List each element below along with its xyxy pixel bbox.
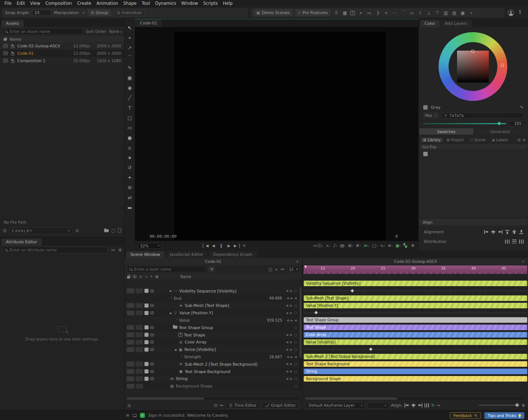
tag-cell[interactable] <box>127 288 134 293</box>
keyframe-diamond[interactable] <box>351 289 354 292</box>
world-tool-icon[interactable]: ◉ <box>126 84 134 92</box>
menu-composition[interactable]: Composition <box>43 1 75 6</box>
prev-key-icon[interactable]: ◀ <box>286 362 288 366</box>
ellipse-tool-icon[interactable]: ● <box>126 134 134 142</box>
pause-button[interactable]: ‖ <box>218 244 224 248</box>
prev-key-icon[interactable]: ◀ <box>286 311 288 315</box>
asset-row-selected[interactable]: Code-01 12.00fps 2000 x 2000 <box>0 50 124 57</box>
keyframe-diamond[interactable] <box>314 311 318 315</box>
visibility-eye-icon[interactable] <box>150 348 154 351</box>
tag-cell[interactable] <box>127 369 134 374</box>
layer-row[interactable]: ≡ Sub-Mesh [Text Shape] ◀▶○ <box>125 302 300 309</box>
gear-tool-icon[interactable]: ⚙ <box>126 184 134 192</box>
stopwatch-icon[interactable]: ○ <box>294 311 297 315</box>
outliner-vertical-scrollbar[interactable] <box>300 287 302 390</box>
outliner-pane-header[interactable]: Code-01 × <box>125 258 302 265</box>
tag-cell[interactable] <box>136 362 143 366</box>
visibility-eye-icon[interactable] <box>150 363 154 366</box>
stopwatch-icon[interactable]: ○ <box>294 333 297 337</box>
property-value[interactable]: 49.666 <box>269 296 282 300</box>
viewport-settings-icon[interactable]: ⚙ <box>410 243 415 248</box>
keyframe-diamond[interactable] <box>369 348 373 351</box>
align-top-icon[interactable] <box>505 230 510 234</box>
name-column-header[interactable]: Name <box>10 37 21 41</box>
align-center-h-icon[interactable] <box>491 230 495 234</box>
menu-create[interactable]: Create <box>75 1 94 6</box>
menu-tool[interactable]: Tool <box>139 1 153 6</box>
next-key-icon[interactable]: ▶ <box>290 377 292 380</box>
display-toggle[interactable]: ▢▸ <box>371 243 378 248</box>
tag-cell[interactable] <box>136 288 143 293</box>
stopwatch-icon[interactable]: ○ <box>294 340 297 344</box>
tab-generator[interactable]: Generator <box>473 128 527 135</box>
hex-input[interactable]: #7a7a7a <box>442 112 524 118</box>
tag-cell[interactable] <box>136 332 143 337</box>
close-icon[interactable]: × <box>296 259 299 264</box>
layer-row[interactable]: ● ▦ Noise [Visibility] ◀▶○ <box>125 346 300 353</box>
layers-toggle[interactable]: ▣▸ <box>395 243 402 248</box>
solo-column-icon[interactable]: ◎ <box>139 275 142 278</box>
align-middle-icon[interactable] <box>512 230 517 234</box>
asset-row[interactable]: Code-02-Guiesp-ASCII 12.00fps 2000 x 200… <box>0 42 124 50</box>
manipulator-check-icon[interactable]: ✓ <box>82 11 85 15</box>
audio-toggle[interactable]: ♪▸ <box>333 243 338 248</box>
share-icon[interactable]: ↥ <box>518 9 522 15</box>
prev-key-icon[interactable]: ◀ <box>286 289 288 292</box>
enabled-checkbox[interactable] <box>144 340 149 344</box>
arc-tool-icon[interactable]: ↺ <box>126 164 134 172</box>
snap-arrow-icon[interactable]: ↦ <box>366 10 372 16</box>
sv-indicator-icon[interactable] <box>471 50 474 53</box>
tag-cell[interactable] <box>136 376 143 381</box>
pivot-icon[interactable]: ⌖ <box>358 10 364 16</box>
stopwatch-icon[interactable]: ○ <box>294 362 297 366</box>
next-key-icon[interactable]: ▶ <box>290 311 292 315</box>
curves-toggle[interactable]: ∿▸ <box>379 243 386 248</box>
tag-cell[interactable] <box>136 369 143 374</box>
stack-toggle[interactable]: ≡▸ <box>387 243 394 248</box>
align-edge-icon[interactable]: ╞ <box>375 10 381 16</box>
ellipsis-icon[interactable]: ⋯ <box>392 10 398 16</box>
property-row[interactable]: └ Strength 26.667 ◀▶◆ <box>125 353 300 360</box>
matte-column-icon[interactable]: ▦ <box>155 275 159 278</box>
menu-help[interactable]: Help <box>220 1 235 6</box>
tag-cell[interactable] <box>127 376 134 381</box>
saturation-value-box[interactable] <box>457 51 489 82</box>
keyframe-layer-select[interactable]: Default Keyframe Layer▾ <box>306 402 365 409</box>
go-to-end-button[interactable]: ▶▕ <box>234 244 239 248</box>
menu-shape[interactable]: Shape <box>121 1 139 6</box>
asset-search-input[interactable]: Enter an Asset name <box>2 28 83 35</box>
more-options-icon[interactable]: ⋯ <box>521 145 524 149</box>
clear-icon[interactable]: ⊗ <box>118 247 122 253</box>
polygon-tool-icon[interactable]: ⌂ <box>126 144 134 152</box>
render-column-icon[interactable]: ✦ <box>150 275 153 278</box>
name-column-header[interactable]: Name <box>180 275 191 279</box>
visibility-eye-icon[interactable] <box>150 377 154 380</box>
viewport-tab-code-01[interactable]: Code-01 <box>135 19 163 27</box>
layer-bar[interactable]: Background Shape <box>304 376 527 382</box>
menu-window[interactable]: Window <box>179 1 201 6</box>
enabled-checkbox[interactable] <box>144 333 149 337</box>
account-icon[interactable] <box>508 10 514 16</box>
artboard-tool-icon[interactable]: ▢ <box>126 114 134 122</box>
next-key-icon[interactable]: ▶ <box>290 348 292 351</box>
slate-toggle[interactable]: ▤▸ <box>339 243 346 248</box>
demo-scenes-button[interactable]: ▦Demo Scenes <box>253 9 293 16</box>
guides-toggle[interactable]: #▸ <box>355 243 362 248</box>
next-key-icon[interactable]: ▶ <box>290 304 292 307</box>
tab-project[interactable]: ▤Project <box>444 138 466 142</box>
prev-key-icon[interactable]: ◀ <box>286 370 288 373</box>
layer-row[interactable]: ab String ◀▶○ <box>125 375 300 383</box>
snap-angle-input[interactable]: 15 <box>32 10 51 16</box>
pro-features-button[interactable]: ⚡Pro Features <box>295 9 331 16</box>
folder-icon[interactable] <box>104 228 109 233</box>
rectangle-tool-icon[interactable]: ▭ <box>126 124 134 132</box>
tab-javascript-editor[interactable]: JavaScript Editor <box>165 251 208 258</box>
distribute-keys-icon[interactable] <box>425 403 429 407</box>
dots-grid-icon[interactable]: ⠿ <box>333 10 339 16</box>
chat-icon[interactable] <box>133 414 137 417</box>
enabled-checkbox[interactable] <box>144 377 149 381</box>
visibility-eye-icon[interactable] <box>150 304 154 307</box>
align-keys-right-icon[interactable] <box>418 403 422 407</box>
tag-cell[interactable] <box>127 311 134 315</box>
layer-row[interactable]: ▧ Background Shape ○ <box>125 382 300 390</box>
